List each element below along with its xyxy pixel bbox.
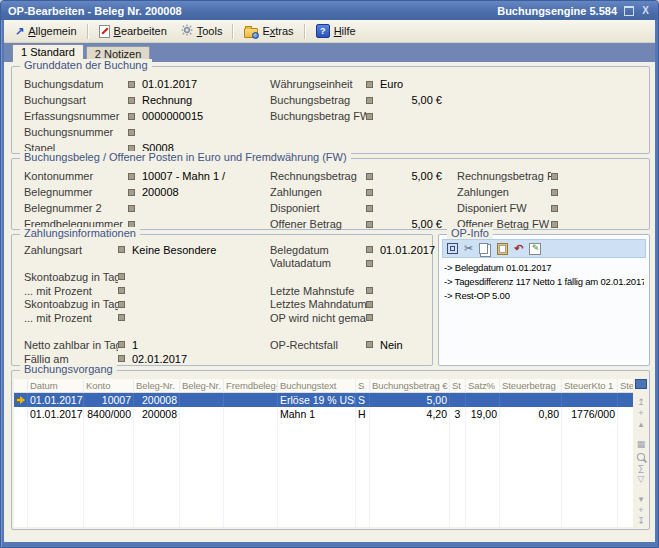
cell-satz[interactable] xyxy=(466,393,500,407)
cell-buchungsbetrag[interactable]: 4,20 xyxy=(370,407,450,421)
field-marker-icon xyxy=(366,260,373,267)
undo-icon[interactable]: ↶ xyxy=(514,243,523,254)
column-header[interactable]: S xyxy=(356,379,370,393)
cell-datum[interactable]: 01.01.2017 xyxy=(28,407,84,421)
column-header[interactable]: Datum xyxy=(28,379,84,393)
edit-note-icon[interactable]: ✎ xyxy=(529,243,541,255)
field-marker-icon xyxy=(118,287,125,294)
menu-hilfe[interactable]: ? Hilfe xyxy=(309,22,363,40)
field-marker-icon xyxy=(118,341,125,348)
cell-buchungstext[interactable]: Mahn 1 xyxy=(278,407,356,421)
field-label: Rechnungsbetrag xyxy=(270,170,366,182)
field-marker-icon xyxy=(366,189,373,196)
beleg-col3: Rechnungsbetrag FW Zahlungen Disponiert … xyxy=(457,168,565,232)
table-row[interactable]: 01.01.2017 8400/000 200008 Mahn 1 H 4,20… xyxy=(14,407,633,421)
content-area: Grunddaten der Buchung Buchungsdatum01.0… xyxy=(4,62,655,542)
window-title: OP-Bearbeiten - Beleg Nr. 200008 xyxy=(8,5,182,17)
cell-steuerbetrag[interactable] xyxy=(500,393,562,407)
cell-beleg-nr-2[interactable] xyxy=(180,407,224,421)
group-buchungsbeleg: Buchungsbeleg / Offener Posten in Euro u… xyxy=(11,158,650,230)
cell-fremdbeleg-nr[interactable] xyxy=(224,407,278,421)
field-value: 01.01.2017 xyxy=(380,244,435,256)
cell-steuerbetrag[interactable]: 0,80 xyxy=(500,407,562,421)
nav-page-down-icon[interactable]: ▾ xyxy=(639,494,644,505)
column-header[interactable]: Buchungsbetrag € xyxy=(370,379,450,393)
folder-icon xyxy=(244,28,258,38)
cell-buchungstext[interactable]: Erlöse 19 % USt xyxy=(278,393,356,407)
menu-extras[interactable]: Extras xyxy=(237,22,300,40)
close-button[interactable]: X xyxy=(640,5,651,16)
cell-steuerkto[interactable] xyxy=(562,393,618,407)
cell-steuerkto[interactable]: 1776/000 xyxy=(562,407,618,421)
columns-icon[interactable]: ▦ xyxy=(637,439,646,450)
cell-satz[interactable]: 19,00 xyxy=(466,407,500,421)
column-header[interactable]: St xyxy=(450,379,466,393)
field-label: OP wird nicht gemahnt bis xyxy=(270,312,366,324)
menu-tools[interactable]: Tools xyxy=(174,22,230,40)
column-header[interactable]: Beleg-Nr. xyxy=(134,379,180,393)
nav-page-up-icon[interactable]: ▴ xyxy=(639,419,644,430)
field-row: Buchungsbetrag5,00 € xyxy=(270,92,442,108)
field-row: Offener Betrag5,00 € xyxy=(270,216,442,232)
cell-st[interactable] xyxy=(450,393,466,407)
group-title: Zahlungsinformationen xyxy=(20,227,140,239)
cell-st[interactable]: 3 xyxy=(450,407,466,421)
field-marker-icon xyxy=(118,301,125,308)
group-zahlungsinformationen: Zahlungsinformationen ZahlungsartKeine B… xyxy=(11,234,433,366)
column-header[interactable]: SteuerKto 1 xyxy=(562,379,618,393)
field-row: OP wird nicht gemahnt bis xyxy=(270,311,435,325)
field-marker-icon xyxy=(366,314,373,321)
field-marker-icon xyxy=(366,341,373,348)
scrollbar-thumb[interactable] xyxy=(635,379,647,389)
op-info-text: -> Belegdatum 01.01.2017 -> Tagesdiffere… xyxy=(444,261,644,303)
field-row: Zahlungen xyxy=(457,184,565,200)
cell-buchungsbetrag[interactable]: 5,00 xyxy=(370,393,450,407)
cell-konto[interactable]: 10007 xyxy=(84,393,134,407)
restore-button[interactable] xyxy=(623,5,634,16)
group-buchungsvorgang: Buchungsvorgang Datum Konto xyxy=(11,370,650,530)
column-header[interactable]: Beleg-Nr. 2 xyxy=(180,379,224,393)
field-marker-icon xyxy=(128,113,135,120)
cell-datum[interactable]: 01.01.2017 xyxy=(28,393,84,407)
north-east-arrow-icon: ↗ xyxy=(15,25,24,38)
table-row-selected[interactable]: 01.01.2017 10007 200008 Erlöse 19 % USt … xyxy=(14,393,633,407)
column-header[interactable]: Buchungstext xyxy=(278,379,356,393)
sum-icon[interactable]: ∑ xyxy=(638,463,644,474)
paste-icon[interactable] xyxy=(497,243,508,255)
nav-last-icon[interactable]: ↧ xyxy=(637,516,645,527)
filter-icon[interactable]: ▽ xyxy=(638,474,645,485)
menu-bearbeiten[interactable]: Bearbeiten xyxy=(92,22,174,40)
column-header[interactable]: Satz% xyxy=(466,379,500,393)
cell-s[interactable]: S xyxy=(356,393,370,407)
cell-fremdbeleg-nr[interactable] xyxy=(224,393,278,407)
empty-table-area xyxy=(14,421,633,527)
nav-first-icon[interactable]: ↥ xyxy=(637,397,645,408)
field-value: 5,00 € xyxy=(380,94,442,106)
select-icon[interactable] xyxy=(447,243,458,254)
search-icon[interactable] xyxy=(637,453,645,460)
copy-icon[interactable] xyxy=(479,243,488,254)
column-header[interactable]: Fremdbeleg-Nr. xyxy=(224,379,278,393)
nav-append-icon[interactable]: + xyxy=(638,505,643,516)
column-header[interactable]: Steuerbetrag xyxy=(500,379,562,393)
cell-beleg-nr-2[interactable] xyxy=(180,393,224,407)
cell-s[interactable]: H xyxy=(356,407,370,421)
field-marker-icon xyxy=(366,173,373,180)
cell-steue[interactable] xyxy=(618,407,633,421)
field-marker-icon xyxy=(366,113,373,120)
cell-beleg-nr[interactable]: 200008 xyxy=(134,407,180,421)
titlebar[interactable]: OP-Bearbeiten - Beleg Nr. 200008 Buchung… xyxy=(1,1,658,20)
cell-steue[interactable] xyxy=(618,393,633,407)
field-label: Valutadatum xyxy=(270,257,366,269)
spacer-row xyxy=(24,257,216,271)
column-header[interactable]: Steue xyxy=(618,379,633,393)
cell-konto[interactable]: 8400/000 xyxy=(84,407,134,421)
field-label: Netto zahlbar in Tagen xyxy=(24,339,118,351)
cell-beleg-nr[interactable]: 200008 xyxy=(134,393,180,407)
column-header[interactable]: Konto xyxy=(84,379,134,393)
cut-icon[interactable]: ✂ xyxy=(464,243,473,254)
nav-insert-icon[interactable]: + xyxy=(638,408,643,419)
field-row: Letzte Mahnstufe xyxy=(270,284,435,298)
field-label: Buchungsdatum xyxy=(24,78,128,90)
menu-allgemein[interactable]: ↗ Allgemein xyxy=(8,22,84,40)
